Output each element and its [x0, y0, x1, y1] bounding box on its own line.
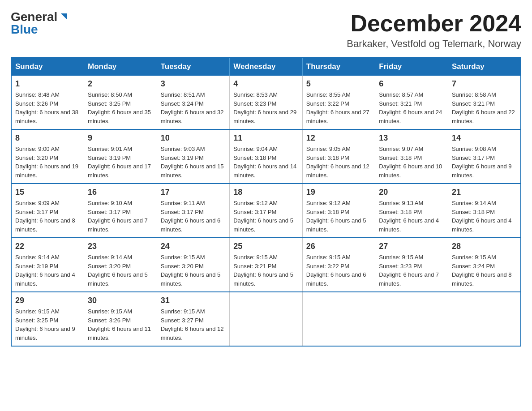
day-info: Sunrise: 9:12 AMSunset: 3:17 PMDaylight:…	[233, 200, 293, 233]
day-info: Sunrise: 9:15 AMSunset: 3:26 PMDaylight:…	[88, 308, 151, 341]
day-info: Sunrise: 9:09 AMSunset: 3:17 PMDaylight:…	[15, 200, 75, 233]
calendar-cell: 24 Sunrise: 9:15 AMSunset: 3:20 PMDaylig…	[157, 238, 230, 292]
calendar-cell: 9 Sunrise: 9:01 AMSunset: 3:19 PMDayligh…	[84, 129, 157, 184]
calendar-cell: 19 Sunrise: 9:12 AMSunset: 3:18 PMDaylig…	[302, 184, 375, 238]
location-title: Barkaker, Vestfold og Telemark, Norway	[347, 38, 521, 50]
day-number: 23	[88, 242, 153, 251]
day-info: Sunrise: 9:15 AMSunset: 3:27 PMDaylight:…	[161, 308, 224, 341]
calendar-cell: 22 Sunrise: 9:14 AMSunset: 3:19 PMDaylig…	[11, 238, 84, 292]
day-number: 10	[161, 133, 226, 143]
weekday-header-friday: Friday	[375, 57, 448, 76]
day-info: Sunrise: 8:50 AMSunset: 3:25 PMDaylight:…	[88, 91, 151, 124]
calendar-week-row: 1 Sunrise: 8:48 AMSunset: 3:26 PMDayligh…	[11, 76, 521, 129]
day-number: 31	[161, 296, 226, 305]
day-info: Sunrise: 8:57 AMSunset: 3:21 PMDaylight:…	[379, 91, 442, 124]
calendar-cell	[448, 292, 521, 346]
calendar-cell: 29 Sunrise: 9:15 AMSunset: 3:25 PMDaylig…	[11, 292, 84, 346]
day-number: 17	[161, 188, 226, 197]
day-number: 20	[379, 188, 444, 197]
day-info: Sunrise: 8:58 AMSunset: 3:21 PMDaylight:…	[452, 91, 515, 124]
calendar-cell: 4 Sunrise: 8:53 AMSunset: 3:23 PMDayligh…	[230, 76, 303, 129]
day-info: Sunrise: 9:00 AMSunset: 3:20 PMDaylight:…	[15, 146, 78, 179]
day-info: Sunrise: 9:08 AMSunset: 3:17 PMDaylight:…	[452, 146, 512, 179]
day-number: 21	[452, 188, 517, 197]
calendar-cell: 28 Sunrise: 9:15 AMSunset: 3:24 PMDaylig…	[448, 238, 521, 292]
day-number: 28	[452, 242, 517, 251]
calendar-cell: 18 Sunrise: 9:12 AMSunset: 3:17 PMDaylig…	[230, 184, 303, 238]
day-info: Sunrise: 8:48 AMSunset: 3:26 PMDaylight:…	[15, 91, 78, 124]
calendar-week-row: 8 Sunrise: 9:00 AMSunset: 3:20 PMDayligh…	[11, 129, 521, 184]
day-number: 9	[88, 133, 153, 143]
day-number: 15	[15, 188, 80, 197]
svg-marker-0	[61, 13, 67, 20]
day-info: Sunrise: 9:15 AMSunset: 3:20 PMDaylight:…	[161, 254, 221, 287]
logo: General Blue	[11, 11, 69, 36]
calendar-cell: 30 Sunrise: 9:15 AMSunset: 3:26 PMDaylig…	[84, 292, 157, 346]
logo-triangle-icon	[59, 12, 69, 23]
day-number: 11	[233, 133, 299, 143]
page-header: General Blue December 2024 Barkaker, Ves…	[11, 11, 521, 50]
calendar-cell: 1 Sunrise: 8:48 AMSunset: 3:26 PMDayligh…	[11, 76, 84, 129]
calendar-cell: 5 Sunrise: 8:55 AMSunset: 3:22 PMDayligh…	[302, 76, 375, 129]
day-info: Sunrise: 9:04 AMSunset: 3:18 PMDaylight:…	[233, 146, 296, 179]
day-number: 7	[452, 79, 517, 89]
calendar-cell: 6 Sunrise: 8:57 AMSunset: 3:21 PMDayligh…	[375, 76, 448, 129]
day-info: Sunrise: 9:05 AMSunset: 3:18 PMDaylight:…	[306, 146, 369, 179]
day-info: Sunrise: 9:15 AMSunset: 3:23 PMDaylight:…	[379, 254, 439, 287]
calendar-table: SundayMondayTuesdayWednesdayThursdayFrid…	[11, 57, 521, 347]
calendar-cell: 17 Sunrise: 9:11 AMSunset: 3:17 PMDaylig…	[157, 184, 230, 238]
calendar-cell	[230, 292, 303, 346]
day-info: Sunrise: 9:03 AMSunset: 3:19 PMDaylight:…	[161, 146, 224, 179]
day-info: Sunrise: 9:07 AMSunset: 3:18 PMDaylight:…	[379, 146, 442, 179]
day-info: Sunrise: 9:14 AMSunset: 3:18 PMDaylight:…	[452, 200, 512, 233]
calendar-week-row: 22 Sunrise: 9:14 AMSunset: 3:19 PMDaylig…	[11, 238, 521, 292]
day-number: 8	[15, 133, 80, 143]
day-info: Sunrise: 9:01 AMSunset: 3:19 PMDaylight:…	[88, 146, 151, 179]
calendar-cell: 23 Sunrise: 9:14 AMSunset: 3:20 PMDaylig…	[84, 238, 157, 292]
calendar-cell: 8 Sunrise: 9:00 AMSunset: 3:20 PMDayligh…	[11, 129, 84, 184]
calendar-cell: 7 Sunrise: 8:58 AMSunset: 3:21 PMDayligh…	[448, 76, 521, 129]
month-title: December 2024	[347, 11, 521, 36]
day-info: Sunrise: 8:55 AMSunset: 3:22 PMDaylight:…	[306, 91, 369, 124]
day-number: 4	[233, 79, 299, 89]
calendar-cell: 20 Sunrise: 9:13 AMSunset: 3:18 PMDaylig…	[375, 184, 448, 238]
day-number: 3	[161, 79, 226, 89]
day-number: 19	[306, 188, 372, 197]
day-info: Sunrise: 8:53 AMSunset: 3:23 PMDaylight:…	[233, 91, 296, 124]
day-info: Sunrise: 9:14 AMSunset: 3:20 PMDaylight:…	[88, 254, 148, 287]
day-info: Sunrise: 9:12 AMSunset: 3:18 PMDaylight:…	[306, 200, 366, 233]
logo-blue-text: Blue	[11, 23, 69, 36]
weekday-header-wednesday: Wednesday	[230, 57, 303, 76]
calendar-cell: 14 Sunrise: 9:08 AMSunset: 3:17 PMDaylig…	[448, 129, 521, 184]
calendar-week-row: 15 Sunrise: 9:09 AMSunset: 3:17 PMDaylig…	[11, 184, 521, 238]
day-number: 18	[233, 188, 299, 197]
day-number: 22	[15, 242, 80, 251]
weekday-header-sunday: Sunday	[11, 57, 84, 76]
day-info: Sunrise: 8:51 AMSunset: 3:24 PMDaylight:…	[161, 91, 224, 124]
calendar-cell: 25 Sunrise: 9:15 AMSunset: 3:21 PMDaylig…	[230, 238, 303, 292]
day-info: Sunrise: 9:15 AMSunset: 3:24 PMDaylight:…	[452, 254, 512, 287]
logo-general-text: General	[11, 11, 57, 23]
calendar-cell: 15 Sunrise: 9:09 AMSunset: 3:17 PMDaylig…	[11, 184, 84, 238]
day-number: 13	[379, 133, 444, 143]
day-info: Sunrise: 9:15 AMSunset: 3:25 PMDaylight:…	[15, 308, 75, 341]
day-number: 6	[379, 79, 444, 89]
calendar-cell: 2 Sunrise: 8:50 AMSunset: 3:25 PMDayligh…	[84, 76, 157, 129]
day-number: 27	[379, 242, 444, 251]
calendar-cell: 10 Sunrise: 9:03 AMSunset: 3:19 PMDaylig…	[157, 129, 230, 184]
weekday-header-thursday: Thursday	[302, 57, 375, 76]
weekday-header-tuesday: Tuesday	[157, 57, 230, 76]
weekday-header-monday: Monday	[84, 57, 157, 76]
weekday-header-row: SundayMondayTuesdayWednesdayThursdayFrid…	[11, 57, 521, 76]
day-info: Sunrise: 9:11 AMSunset: 3:17 PMDaylight:…	[161, 200, 221, 233]
calendar-cell: 11 Sunrise: 9:04 AMSunset: 3:18 PMDaylig…	[230, 129, 303, 184]
day-number: 30	[88, 296, 153, 305]
calendar-cell: 26 Sunrise: 9:15 AMSunset: 3:22 PMDaylig…	[302, 238, 375, 292]
day-info: Sunrise: 9:10 AMSunset: 3:17 PMDaylight:…	[88, 200, 148, 233]
calendar-cell	[375, 292, 448, 346]
calendar-cell: 31 Sunrise: 9:15 AMSunset: 3:27 PMDaylig…	[157, 292, 230, 346]
calendar-cell: 21 Sunrise: 9:14 AMSunset: 3:18 PMDaylig…	[448, 184, 521, 238]
calendar-cell: 3 Sunrise: 8:51 AMSunset: 3:24 PMDayligh…	[157, 76, 230, 129]
calendar-cell: 13 Sunrise: 9:07 AMSunset: 3:18 PMDaylig…	[375, 129, 448, 184]
day-number: 2	[88, 79, 153, 89]
